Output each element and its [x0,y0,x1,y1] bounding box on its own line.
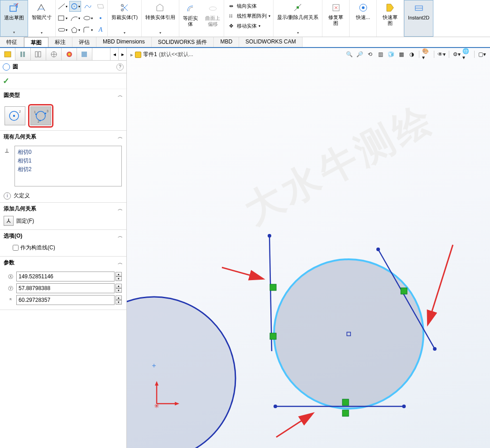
arc-tool-button[interactable]: ▾ [69,13,81,24]
display-relations-label: 显示/删除几何关系 [277,14,318,20]
tangent-glyph[interactable] [342,410,349,416]
move-icon: ✥ [227,22,235,29]
dropdown-caret-icon: ▾ [124,31,125,35]
cy-spin-up[interactable]: ▴ [115,284,122,288]
pm-tab-config[interactable] [31,48,46,60]
tab-mbd[interactable]: MBD [214,37,239,47]
linear-pattern-button[interactable]: ⁞⁞线性草图阵列▾ [224,11,273,21]
tab-features[interactable]: 特征 [0,37,24,47]
trim-label: 剪裁实体(T) [111,14,138,20]
svg-rect-23 [35,52,38,57]
tangent-glyph[interactable] [401,288,407,294]
repair-sketch-button[interactable]: 修复草 图 [322,0,350,37]
svg-text:2: 2 [38,120,39,123]
cy-input[interactable] [16,283,115,293]
smart-dimension-button[interactable]: 智能尺寸 ▾ [28,0,56,37]
ellipse-tool-button[interactable]: ▾ [82,13,94,24]
dropdown-caret-icon: ▾ [41,31,43,35]
display-relations-button[interactable]: 显示/删除几何关系 ▾ [274,0,322,37]
point-tool-button[interactable] [95,13,106,24]
svg-point-5 [74,6,75,7]
cy-icon: Ⓨ [5,285,16,292]
sketch-tools-group: ▾ ▾ ▾ ▾ ▾ ▾ ▾ ▾ A [56,0,108,37]
plane-tool-button[interactable] [95,1,106,12]
tab-sw-addins[interactable]: SOLIDWORKS 插件 [152,37,214,47]
mirror-entities-button[interactable]: ⇹镜向实体 [224,1,273,11]
center-circle-button[interactable]: 2 [5,106,25,125]
status-row: i 欠定义 [0,189,126,202]
pm-tab-extra[interactable] [77,48,92,60]
convert-entities-button[interactable]: 转换实体引用 ▾ [142,0,179,37]
offset-entities-button[interactable]: 等距实 体 [179,1,202,29]
rectangle-tool-button[interactable]: ▾ [57,13,68,24]
pm-scroll-left[interactable]: ◂ [110,48,118,60]
collapse-toggle[interactable]: ︿ [118,233,123,239]
construction-checkbox[interactable] [13,245,19,251]
help-button[interactable]: ? [116,63,124,71]
smart-dimension-label: 智能尺寸 [32,14,52,20]
spline-tool-button[interactable] [82,1,94,12]
collapse-toggle[interactable]: ︿ [118,259,123,266]
pm-tab-appearance[interactable] [62,48,77,60]
rapid-icon [358,2,368,14]
tab-sw-cam[interactable]: SOLIDWORKS CAM [239,37,303,47]
surface-offset-label: 曲面上 偏移 [205,15,220,27]
text-tool-button[interactable]: A [95,24,106,35]
line-tool-button[interactable]: ▾ [57,1,68,12]
cx-input[interactable] [16,272,115,281]
instant2d-button[interactable]: Instant2D [404,0,433,37]
relation-item[interactable]: 相切0 [17,148,120,157]
pm-tab-property[interactable] [15,48,31,60]
rapid-sketch-icon [385,2,395,14]
tab-annotate[interactable]: 标注 [48,37,72,47]
surface-offset-icon [208,3,217,14]
tab-sketch[interactable]: 草图 [24,37,48,47]
tab-evaluate[interactable]: 评估 [72,37,96,47]
relation-item[interactable]: 相切1 [17,157,120,165]
repair-icon [331,2,341,14]
graphics-area[interactable]: ▸ 零件1 (默认<<默认... 🔍 🔎 ⟲ ▥ 🧊 ▦ ◑ 🎨▾ 👁▾ ⚙▾ … [127,48,490,448]
rapid-button[interactable]: 快速... [350,0,377,37]
trim-button[interactable]: 剪裁实体(T) ▾ [108,0,142,37]
svg-point-44 [274,405,277,408]
annotation-arrow [428,245,453,324]
svg-point-16 [362,6,365,9]
ok-button[interactable]: ✓ [3,76,10,86]
move-entities-button[interactable]: ✥移动实体▾ [224,21,273,31]
perimeter-circle-button[interactable]: 132 [30,106,51,125]
perpendicular-icon: ⊥ [5,146,14,186]
r-spin-down[interactable]: ▾ [115,300,122,305]
cy-spin-down[interactable]: ▾ [115,288,122,293]
collapse-toggle[interactable]: ︿ [118,133,123,140]
collapse-toggle[interactable]: ︿ [118,92,123,99]
relation-item[interactable]: 相切2 [17,165,120,174]
r-input[interactable] [16,295,115,305]
polygon-tool-button[interactable]: ▾ [69,24,81,35]
sketch-circle-right[interactable] [274,259,423,409]
pm-scroll-right[interactable]: ▸ [118,48,126,60]
r-spin-up[interactable]: ▴ [115,295,122,300]
svg-rect-24 [38,52,41,57]
circle-tool-button[interactable]: ▾ [69,1,81,12]
fix-relation-button[interactable] [4,216,14,226]
exit-sketch-label: 退出草图 [4,15,24,21]
tangent-glyph[interactable] [270,284,276,291]
rapid-sketch-button[interactable]: 快速草 图 [377,0,404,37]
relations-listbox[interactable]: 相切0 相切1 相切2 [14,146,122,186]
tab-mbd-dimensions[interactable]: MBD Dimensions [96,37,152,47]
tangent-glyph[interactable] [342,399,349,405]
sketch-circle-left[interactable] [127,297,235,448]
pm-tab-feature-tree[interactable] [0,48,15,60]
pm-tab-strip: ◂ ▸ [0,48,126,61]
cx-spin-down[interactable]: ▾ [115,276,122,281]
fillet-tool-button[interactable]: ▾ [82,24,94,35]
slot-tool-button[interactable]: ▾ [57,24,68,35]
svg-rect-2 [58,16,64,20]
cx-spin-up[interactable]: ▴ [115,272,122,276]
pm-tab-dimxpert[interactable] [46,48,62,60]
relations-icon [293,2,303,14]
tangent-glyph[interactable] [270,333,276,339]
exit-sketch-button[interactable]: 退出草图 ▾ [0,0,28,37]
collapse-toggle[interactable]: ︿ [118,205,123,212]
info-icon: i [4,192,11,200]
